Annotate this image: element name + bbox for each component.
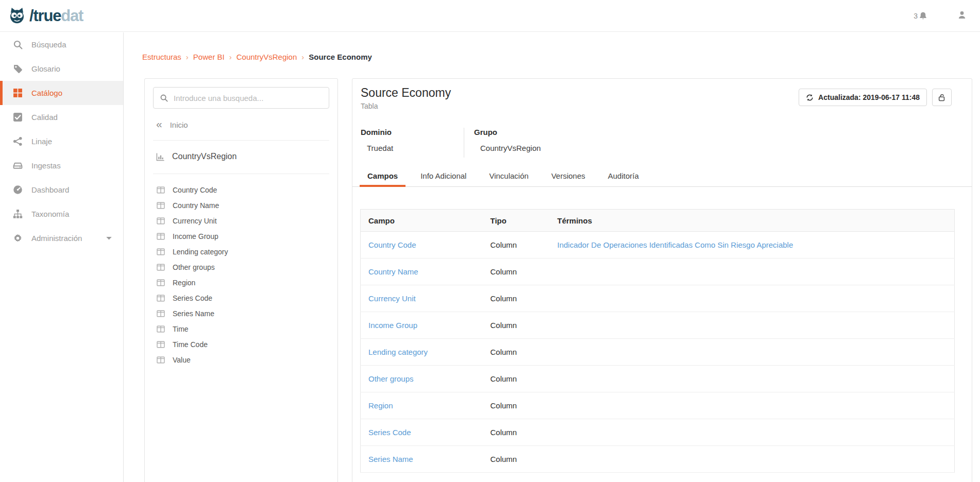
table-header-row: Campo Tipo Términos bbox=[361, 210, 955, 232]
tab-versiones[interactable]: Versiones bbox=[544, 167, 593, 187]
user-menu-button[interactable] bbox=[957, 10, 967, 22]
columns-icon bbox=[157, 341, 165, 348]
tree-field-currency-unit[interactable]: Currency Unit bbox=[145, 213, 337, 229]
table-row: Country Name Column bbox=[361, 259, 955, 285]
sync-icon bbox=[806, 94, 814, 101]
table-row: Series Name Column bbox=[361, 446, 955, 473]
term-link[interactable]: Indicador De Operaciones Identificadas C… bbox=[557, 240, 793, 249]
bar-chart-icon bbox=[156, 152, 165, 161]
notification-count: 3 bbox=[914, 12, 918, 20]
columns-icon bbox=[157, 310, 165, 317]
tag-icon bbox=[13, 64, 23, 74]
sitemap-icon bbox=[13, 209, 23, 219]
tree-parent-node[interactable]: CountryVsRegion bbox=[145, 147, 337, 166]
tree-field-series-code[interactable]: Series Code bbox=[145, 290, 337, 306]
gear-icon bbox=[13, 233, 23, 243]
tree-field-other-groups[interactable]: Other groups bbox=[145, 260, 337, 275]
columns-icon bbox=[157, 279, 165, 286]
tree-field-lending-category[interactable]: Lending category bbox=[145, 244, 337, 260]
columns-icon bbox=[157, 202, 165, 209]
column-header-tipo: Tipo bbox=[483, 210, 550, 232]
columns-icon bbox=[157, 217, 165, 225]
tree-back-inicio[interactable]: « Inicio bbox=[145, 117, 337, 132]
table-row: Currency Unit Column bbox=[361, 285, 955, 312]
share-icon bbox=[13, 136, 23, 146]
unlock-icon bbox=[938, 93, 946, 101]
breadcrumb-estructuras[interactable]: Estructuras bbox=[142, 53, 181, 61]
field-link[interactable]: Country Name bbox=[368, 267, 418, 276]
owl-logo-icon bbox=[7, 7, 27, 25]
notifications-button[interactable]: 3 bbox=[914, 11, 927, 20]
ingest-icon bbox=[13, 161, 23, 170]
sidebar-item-calidad[interactable]: Calidad bbox=[0, 105, 123, 129]
field-link[interactable]: Other groups bbox=[368, 374, 414, 383]
group-label: Grupo bbox=[474, 128, 541, 136]
structure-type: Tabla bbox=[361, 102, 451, 110]
tree-field-series-name[interactable]: Series Name bbox=[145, 306, 337, 321]
tab-campos[interactable]: Campos bbox=[360, 167, 405, 187]
field-link[interactable]: Series Code bbox=[368, 428, 411, 437]
tree-field-list: Country Code Country Name Currency Unit … bbox=[145, 182, 337, 368]
app-logo[interactable]: /truedat bbox=[7, 7, 83, 25]
divider bbox=[153, 174, 329, 174]
columns-icon bbox=[157, 233, 165, 240]
breadcrumb-current: Source Economy bbox=[309, 53, 372, 61]
tab-auditoria[interactable]: Auditoría bbox=[600, 167, 647, 187]
grid-icon bbox=[13, 88, 23, 98]
breadcrumb-countryvsregion[interactable]: CountryVsRegion bbox=[236, 53, 297, 61]
group-value: CountryVsRegion bbox=[474, 144, 541, 152]
app-window: /truedat 3 Búsqueda bbox=[0, 0, 980, 482]
tree-field-country-name[interactable]: Country Name bbox=[145, 198, 337, 213]
bell-icon bbox=[919, 11, 927, 20]
updated-button[interactable]: Actualizada: 2019-06-17 11:48 bbox=[799, 89, 927, 106]
domain-value: Truedat bbox=[361, 144, 464, 152]
breadcrumb-separator: › bbox=[229, 53, 232, 61]
divider bbox=[153, 140, 329, 141]
logo-wordmark: /truedat bbox=[29, 7, 83, 25]
table-row: Country Code Column Indicador De Operaci… bbox=[361, 232, 955, 259]
breadcrumb-power-bi[interactable]: Power BI bbox=[193, 53, 225, 61]
field-link[interactable]: Currency Unit bbox=[368, 294, 416, 303]
meta-section: Dominio Truedat Grupo CountryVsRegion bbox=[352, 128, 972, 158]
tree-search-input[interactable] bbox=[174, 94, 323, 102]
sidebar-item-linaje[interactable]: Linaje bbox=[0, 129, 123, 153]
table-row: Lending category Column bbox=[361, 339, 955, 366]
table-row: Series Code Column bbox=[361, 419, 955, 446]
sidebar-item-taxonomia[interactable]: Taxonomía bbox=[0, 202, 123, 226]
tree-field-country-code[interactable]: Country Code bbox=[145, 182, 337, 198]
breadcrumb-separator: › bbox=[301, 53, 304, 61]
sidebar-item-ingestas[interactable]: Ingestas bbox=[0, 153, 123, 178]
field-link[interactable]: Lending category bbox=[368, 348, 428, 356]
check-square-icon bbox=[13, 112, 23, 122]
table-row: Other groups Column bbox=[361, 366, 955, 392]
tab-bar: Campos Info Adicional Vinculación Versio… bbox=[352, 167, 972, 187]
sidebar-item-catalogo[interactable]: Catálogo bbox=[0, 81, 123, 105]
columns-icon bbox=[157, 186, 165, 194]
top-bar: /truedat 3 bbox=[0, 0, 980, 32]
tab-info-adicional[interactable]: Info Adicional bbox=[413, 167, 474, 187]
tree-field-time[interactable]: Time bbox=[145, 321, 337, 337]
sidebar-item-dashboard[interactable]: Dashboard bbox=[0, 178, 123, 202]
columns-icon bbox=[157, 295, 165, 302]
field-link[interactable]: Region bbox=[368, 401, 393, 410]
tab-vinculacion[interactable]: Vinculación bbox=[481, 167, 536, 187]
sidebar-item-administracion[interactable]: Administración bbox=[0, 226, 123, 250]
domain-label: Dominio bbox=[361, 128, 464, 136]
search-icon bbox=[13, 40, 23, 49]
columns-icon bbox=[157, 356, 165, 364]
tree-field-value[interactable]: Value bbox=[145, 352, 337, 368]
columns-icon bbox=[157, 248, 165, 255]
field-link[interactable]: Series Name bbox=[368, 455, 413, 463]
tree-field-income-group[interactable]: Income Group bbox=[145, 229, 337, 244]
field-link[interactable]: Income Group bbox=[368, 321, 417, 330]
field-link[interactable]: Country Code bbox=[368, 240, 416, 249]
sidebar-item-busqueda[interactable]: Búsqueda bbox=[0, 32, 123, 57]
sidebar-item-glosario[interactable]: Glosario bbox=[0, 57, 123, 81]
lock-button[interactable] bbox=[932, 89, 952, 106]
column-header-campo: Campo bbox=[361, 210, 483, 232]
chevron-down-icon bbox=[106, 236, 112, 240]
table-row: Income Group Column bbox=[361, 312, 955, 339]
tree-field-time-code[interactable]: Time Code bbox=[145, 337, 337, 352]
double-chevron-left-icon: « bbox=[156, 118, 162, 129]
tree-field-region[interactable]: Region bbox=[145, 275, 337, 290]
